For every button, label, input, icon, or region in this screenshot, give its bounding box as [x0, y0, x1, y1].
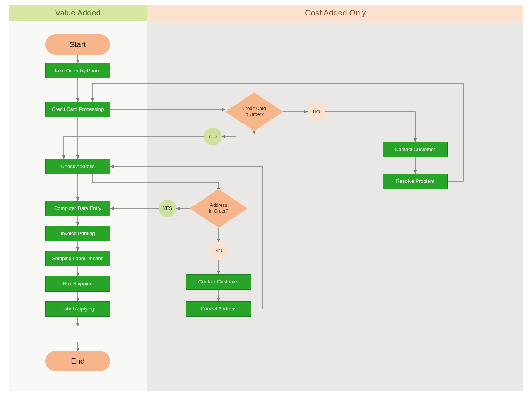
diagram-canvas: Value Added Cost Added Only — [0, 0, 532, 399]
proc-box-shipping: Box Shipping — [45, 276, 110, 292]
decision-addr-line2: in Order? — [209, 208, 228, 214]
proc-contact-customer-1: Contact Customer — [383, 142, 448, 157]
lane-cost-added-header: Cost Added Only — [147, 5, 523, 21]
yes-credit-card: YES — [204, 128, 222, 145]
proc-take-order: Take Order by Phone — [45, 63, 110, 78]
decision-address: Address in Order? — [190, 189, 248, 228]
proc-check-address: Check Address — [45, 159, 110, 174]
no-address: NO — [210, 242, 228, 260]
proc-data-entry: Computer Data Entry — [45, 201, 110, 216]
yes-address: YES — [159, 200, 176, 217]
proc-correct-address: Correct Address — [186, 301, 251, 317]
proc-shipping-label: Shipping Label Printing — [45, 251, 110, 266]
proc-resolve-problem: Resolve Problem — [383, 174, 448, 189]
end-terminal: End — [45, 351, 110, 371]
proc-invoice: Invoice Printing — [45, 226, 110, 241]
decision-addr-line1: Address — [210, 203, 227, 208]
decision-credit-card: Credit Card in Order? — [225, 92, 283, 131]
decision-cc-line1: Credit Card — [242, 106, 266, 112]
proc-contact-customer-2: Contact Customer — [186, 274, 251, 290]
start-terminal: Start — [45, 34, 110, 55]
proc-label-applying: Label Applying — [45, 301, 110, 317]
no-credit-card: NO — [308, 103, 325, 121]
proc-cc-processing: Credit Card Processing — [45, 102, 110, 117]
lane-value-added-header: Value Added — [9, 5, 147, 21]
decision-cc-line2: in Order? — [245, 112, 264, 118]
